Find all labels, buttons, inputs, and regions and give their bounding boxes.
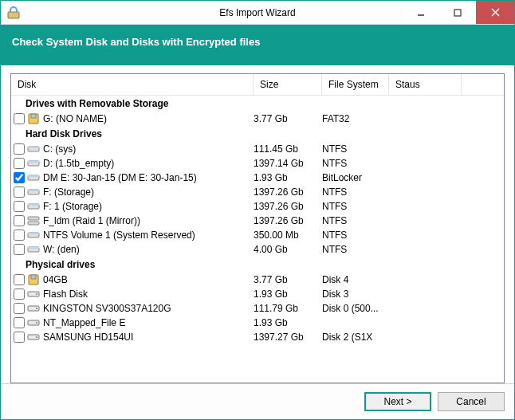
group-header: Physical drives — [11, 257, 504, 273]
svg-point-28 — [36, 308, 37, 309]
disk-filesystem: NTFS — [322, 244, 389, 255]
disk-row[interactable]: D: (1.5tb_empty)1397.14 GbNTFS — [11, 156, 504, 171]
svg-point-30 — [36, 322, 37, 324]
disk-name: NTFS Volume 1 (System Reserved) — [43, 230, 254, 241]
disk-name: SAMSUNG HD154UI — [43, 332, 254, 343]
svg-rect-6 — [31, 114, 36, 118]
disk-checkbox[interactable] — [14, 158, 25, 169]
disk-checkbox[interactable] — [14, 303, 25, 314]
hdd-icon — [27, 186, 40, 198]
disk-row[interactable]: NTFS Volume 1 (System Reserved)350.00 Mb… — [11, 228, 504, 242]
phys-icon — [27, 302, 40, 315]
close-button[interactable] — [476, 1, 514, 24]
disk-size: 3.77 Gb — [254, 274, 322, 285]
disk-filesystem: NTFS — [322, 186, 389, 198]
disk-name: F: 1 (Storage) — [43, 201, 254, 212]
disk-row[interactable]: C: (sys)111.45 GbNTFS — [11, 142, 504, 156]
disk-row[interactable]: SAMSUNG HD154UI1397.27 GbDisk 2 (S1X — [11, 330, 504, 344]
disk-row[interactable]: F: 1 (Storage)1397.26 GbNTFS — [11, 199, 504, 214]
removable-icon — [27, 112, 40, 125]
window-buttons — [403, 1, 514, 24]
column-status[interactable]: Staus — [389, 74, 461, 95]
hdd-icon — [27, 243, 40, 256]
disk-name: F_ldm (Raid 1 (Mirror)) — [43, 215, 254, 226]
maximize-button[interactable] — [439, 1, 476, 24]
svg-rect-20 — [28, 233, 39, 234]
disk-checkbox[interactable] — [14, 332, 25, 343]
disk-checkbox[interactable] — [14, 230, 25, 241]
group-header: Drives with Removable Storage — [11, 96, 504, 112]
disk-checkbox[interactable] — [14, 274, 25, 285]
svg-point-26 — [36, 293, 37, 295]
svg-rect-22 — [28, 247, 39, 249]
disk-name: D: (1.5tb_empty) — [43, 158, 254, 169]
disk-size: 1.93 Gb — [254, 317, 322, 328]
disk-filesystem: Disk 4 — [322, 274, 389, 285]
svg-rect-17 — [28, 217, 39, 220]
disk-size: 1397.26 Gb — [254, 215, 322, 226]
disk-checkbox[interactable] — [14, 113, 25, 124]
hdd-icon — [27, 143, 40, 155]
disk-row[interactable]: W: (den)4.00 GbNTFS — [11, 242, 504, 257]
svg-rect-16 — [28, 204, 39, 206]
app-icon — [7, 6, 20, 19]
hdd-icon — [27, 200, 40, 213]
phys-icon — [27, 288, 40, 300]
disk-checkbox[interactable] — [14, 215, 25, 226]
cancel-button[interactable]: Cancel — [438, 392, 505, 411]
disk-row[interactable]: F: (Storage)1397.26 GbNTFS — [11, 185, 504, 199]
group-header: Hard Disk Drives — [11, 126, 504, 142]
column-size[interactable]: Size — [254, 74, 322, 95]
wizard-header: Check System Disk and Disks with Encrypt… — [1, 25, 514, 65]
column-disk[interactable]: Disk — [11, 74, 254, 95]
disk-row[interactable]: 04GB3.77 GbDisk 4 — [11, 273, 504, 287]
disk-size: 111.45 Gb — [254, 143, 322, 155]
svg-rect-12 — [28, 175, 39, 177]
svg-rect-10 — [28, 161, 39, 163]
disk-checkbox[interactable] — [14, 289, 25, 300]
disk-checkbox[interactable] — [14, 172, 25, 183]
disk-checkbox[interactable] — [14, 244, 25, 255]
disk-name: DM E: 30-Jan-15 (DM E: 30-Jan-15) — [43, 172, 254, 183]
disk-name: G: (NO NAME) — [43, 113, 254, 124]
wizard-header-title: Check System Disk and Disks with Encrypt… — [12, 36, 260, 48]
disk-name: Flash Disk — [43, 289, 254, 300]
disk-filesystem: NTFS — [322, 143, 389, 155]
disk-size: 350.00 Mb — [254, 230, 322, 241]
disk-row[interactable]: DM E: 30-Jan-15 (DM E: 30-Jan-15)1.93 Gb… — [11, 171, 504, 185]
disk-size: 111.79 Gb — [254, 303, 322, 314]
svg-rect-2 — [454, 10, 461, 16]
disk-filesystem: BitLocker — [322, 172, 389, 183]
disk-checkbox[interactable] — [14, 201, 25, 212]
disk-checkbox[interactable] — [14, 143, 25, 155]
next-button[interactable]: Next > — [364, 392, 431, 411]
disk-row[interactable]: G: (NO NAME)3.77 GbFAT32 — [11, 112, 504, 126]
disk-filesystem: NTFS — [322, 215, 389, 226]
disk-size: 3.77 Gb — [254, 113, 322, 124]
hdd-icon — [27, 171, 40, 184]
column-filesystem[interactable]: File System — [322, 74, 389, 95]
disk-rows[interactable]: Drives with Removable StorageG: (NO NAME… — [11, 96, 504, 383]
svg-rect-0 — [8, 12, 19, 18]
disk-filesystem: NTFS — [322, 158, 389, 169]
disk-checkbox[interactable] — [14, 186, 25, 198]
phys-icon — [27, 316, 40, 329]
disk-checkbox[interactable] — [14, 317, 25, 328]
disk-row[interactable]: NT_Mapped_File E1.93 Gb — [11, 316, 504, 330]
svg-point-32 — [36, 336, 37, 338]
minimize-button[interactable] — [403, 1, 439, 24]
wizard-footer: Next > Cancel — [1, 383, 514, 419]
disk-name: F: (Storage) — [43, 186, 254, 198]
disk-filesystem: NTFS — [322, 230, 389, 241]
disk-row[interactable]: Flash Disk1.93 GbDisk 3 — [11, 287, 504, 301]
disk-size: 1397.27 Gb — [254, 332, 322, 343]
disk-size: 4.00 Gb — [254, 244, 322, 255]
disk-row[interactable]: F_ldm (Raid 1 (Mirror))1397.26 GbNTFS — [11, 214, 504, 228]
disk-size: 1.93 Gb — [254, 172, 322, 183]
scroll-gutter — [461, 74, 474, 95]
disk-name: 04GB — [43, 274, 254, 285]
disk-size: 1397.26 Gb — [254, 201, 322, 212]
hdd-icon — [27, 229, 40, 241]
phys-icon — [27, 331, 40, 343]
disk-row[interactable]: KINGSTON SV300S37A120G111.79 GbDisk 0 (5… — [11, 301, 504, 316]
